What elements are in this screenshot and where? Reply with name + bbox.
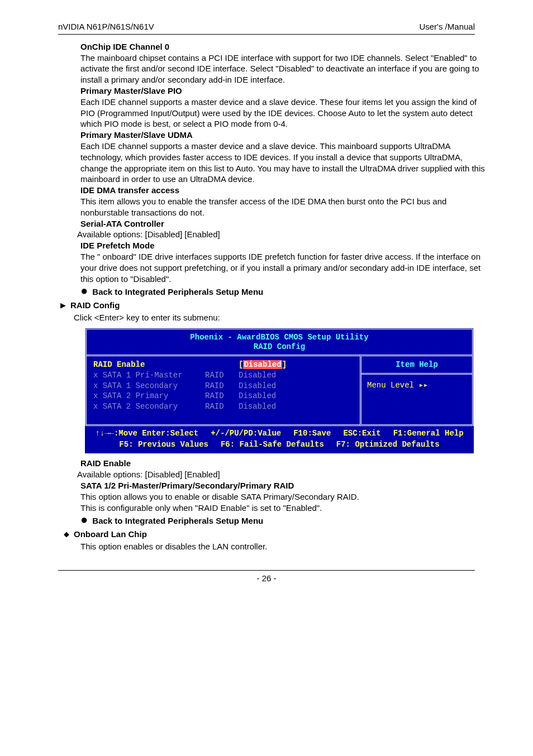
bullet-icon: ● bbox=[80, 516, 88, 524]
section-raidenable: RAID Enable bbox=[80, 458, 492, 469]
bios-title-line2: RAID Config bbox=[87, 342, 472, 352]
bios-body: RAID Enable[Disabled]x SATA 1 Pri-Master… bbox=[85, 355, 474, 426]
bios-left-panel: RAID Enable[Disabled]x SATA 1 Pri-Master… bbox=[87, 355, 360, 426]
sataraid-title: SATA 1/2 Pri-Master/Primary/Secondary/Pr… bbox=[80, 480, 492, 491]
sataraid-text2: This is configurable only when "RAID Ena… bbox=[80, 503, 492, 514]
back-link-2-text: Back to Integrated Peripherals Setup Men… bbox=[92, 515, 263, 527]
bios-row-name: x SATA 2 Primary bbox=[93, 391, 205, 401]
header-left: nVIDIA N61P/N61S/N61V bbox=[58, 21, 154, 32]
bios-row-mid: RAID bbox=[205, 381, 239, 391]
sata-title: Serial-ATA Controller bbox=[80, 218, 492, 229]
bios-row: RAID Enable[Disabled] bbox=[93, 360, 354, 370]
bios-row: x SATA 2 SecondaryRAIDDisabled bbox=[93, 401, 354, 412]
bios-row-value: Disabled bbox=[239, 391, 354, 401]
triangle-icon: ▶ bbox=[60, 302, 66, 309]
pmsudma-title: Primary Master/Slave UDMA bbox=[80, 130, 492, 141]
bios-row-mid: RAID bbox=[205, 370, 239, 381]
raid-config-sub-text: Click <Enter> key to enter its submenu: bbox=[74, 312, 492, 323]
pmsudma-text: Each IDE channel supports a master devic… bbox=[80, 141, 492, 185]
section-onchip: OnChip IDE Channel 0 The mainboard chips… bbox=[80, 41, 492, 85]
prefetch-text: The " onboard" IDE drive interfaces supp… bbox=[80, 251, 492, 284]
bios-foot-g: F6: Fail-Safe Defaults bbox=[221, 439, 324, 451]
bios-row-name: x SATA 1 Secondary bbox=[93, 381, 205, 391]
header-rule bbox=[58, 34, 475, 35]
pmspio-text: Each IDE channel supports a master devic… bbox=[80, 97, 492, 130]
header-row: nVIDIA N61P/N61S/N61V User's /Manual bbox=[58, 21, 475, 32]
bios-row-mid bbox=[205, 360, 239, 370]
onboardlan-heading: ◆ Onboard Lan Chip bbox=[64, 529, 492, 540]
section-idedma: IDE DMA transfer access This item allows… bbox=[80, 185, 492, 218]
idedma-title: IDE DMA transfer access bbox=[80, 185, 492, 196]
pmspio-title: Primary Master/Slave PIO bbox=[80, 85, 492, 97]
raid-config-sub: Click <Enter> key to enter its submenu: bbox=[74, 312, 492, 323]
raid-config-title: RAID Config bbox=[70, 300, 120, 311]
sata-options: Available options: [Disabled] [Enabled] bbox=[77, 229, 492, 240]
back-link-1: ● Back to Integrated Peripherals Setup M… bbox=[80, 286, 492, 298]
bios-right-panel: Item Help Menu Level ▸▸ bbox=[360, 355, 472, 426]
bios-foot-d: ESC:Exit bbox=[343, 428, 380, 439]
page-container: nVIDIA N61P/N61S/N61V User's /Manual OnC… bbox=[0, 0, 533, 613]
onchip-title: OnChip IDE Channel 0 bbox=[80, 41, 492, 52]
bios-footer: ↑↓→←:Move Enter:Select +/-/PU/PD:Value F… bbox=[85, 426, 474, 453]
section-pmsudma: Primary Master/Slave UDMA Each IDE chann… bbox=[80, 130, 492, 185]
sata-text: Available options: [Disabled] [Enabled] bbox=[77, 229, 492, 240]
bios-title: Phoenix - AwardBIOS CMOS Setup Utility R… bbox=[85, 328, 474, 355]
bios-box: Phoenix - AwardBIOS CMOS Setup Utility R… bbox=[85, 328, 474, 454]
section-pmspio: Primary Master/Slave PIO Each IDE channe… bbox=[80, 85, 492, 130]
section-sataraid: SATA 1/2 Pri-Master/Primary/Secondary/Pr… bbox=[80, 480, 492, 513]
bios-foot-f: F5: Previous Values bbox=[119, 439, 208, 451]
prefetch-title: IDE Prefetch Mode bbox=[80, 240, 492, 251]
raidenable-text: Available options: [Disabled] [Enabled] bbox=[77, 469, 492, 480]
onchip-text: The mainboard chipset contains a PCI IDE… bbox=[80, 52, 492, 85]
bios-foot-h: F7: Optimized Defaults bbox=[336, 439, 440, 451]
sataraid-text1: This option allows you to enable or disa… bbox=[80, 491, 492, 503]
section-prefetch: IDE Prefetch Mode The " onboard" IDE dri… bbox=[80, 240, 492, 284]
idedma-text: This item allows you to enable the trans… bbox=[80, 196, 492, 218]
bios-row-mid: RAID bbox=[205, 391, 239, 401]
bios-row-name: RAID Enable bbox=[93, 360, 205, 370]
bios-foot-b: +/-/PU/PD:Value bbox=[211, 428, 281, 439]
back-link-1-text: Back to Integrated Peripherals Setup Men… bbox=[92, 286, 263, 298]
bios-menu-level: Menu Level ▸▸ bbox=[361, 375, 472, 396]
bios-screenshot: Phoenix - AwardBIOS CMOS Setup Utility R… bbox=[85, 328, 474, 454]
bios-row: x SATA 1 Pri-MasterRAIDDisabled bbox=[93, 370, 354, 381]
bios-row-value: Disabled bbox=[239, 381, 354, 391]
bios-row: x SATA 2 PrimaryRAIDDisabled bbox=[93, 391, 354, 401]
bios-foot-c: F10:Save bbox=[293, 428, 331, 439]
raidenable-title: RAID Enable bbox=[80, 458, 492, 469]
header-right: User's /Manual bbox=[419, 21, 475, 32]
onboardlan-text: This option enables or disables the LAN … bbox=[80, 541, 492, 552]
section-sata: Serial-ATA Controller bbox=[80, 218, 492, 229]
bullet-icon: ● bbox=[80, 287, 88, 295]
bios-row-name: x SATA 1 Pri-Master bbox=[93, 370, 205, 381]
raid-config-heading: ▶ RAID Config bbox=[60, 300, 492, 311]
bios-row-value: Disabled bbox=[239, 401, 354, 412]
bios-row: x SATA 1 SecondaryRAIDDisabled bbox=[93, 381, 354, 391]
bios-foot-a: ↑↓→←:Move Enter:Select bbox=[95, 428, 198, 439]
diamond-icon: ◆ bbox=[64, 529, 69, 539]
bios-row-mid: RAID bbox=[205, 401, 239, 412]
bios-title-line1: Phoenix - AwardBIOS CMOS Setup Utility bbox=[87, 333, 472, 343]
bios-row-value: [Disabled] bbox=[239, 360, 354, 370]
onboardlan-body: This option enables or disables the LAN … bbox=[80, 541, 492, 552]
back-link-2: ● Back to Integrated Peripherals Setup M… bbox=[80, 515, 492, 527]
bios-row-value: Disabled bbox=[239, 370, 354, 381]
page-number: - 26 - bbox=[29, 573, 504, 584]
bios-item-help: Item Help bbox=[361, 356, 472, 375]
raidenable-options: Available options: [Disabled] [Enabled] bbox=[77, 469, 492, 480]
onboardlan-title: Onboard Lan Chip bbox=[74, 529, 147, 540]
footer-rule bbox=[58, 570, 475, 571]
bios-foot-e: F1:General Help bbox=[393, 428, 464, 439]
bios-row-name: x SATA 2 Secondary bbox=[93, 401, 205, 412]
